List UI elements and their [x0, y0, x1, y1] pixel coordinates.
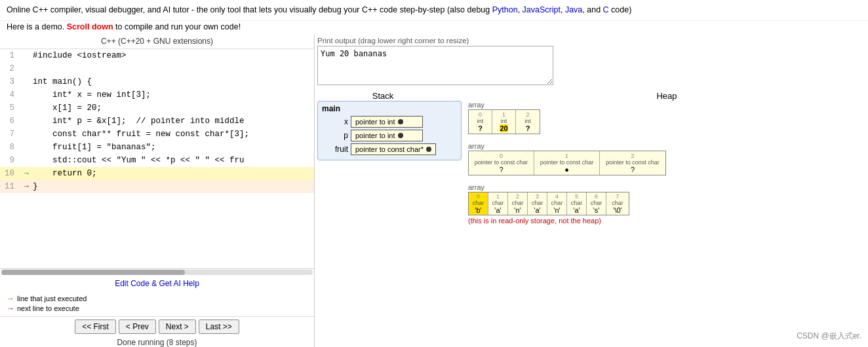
code-line-4: 4 int* x = new int[3];: [0, 88, 314, 101]
heap-ptr-cell-2: 2 pointer to const char ?: [600, 151, 665, 175]
char-array-label: array: [468, 183, 865, 191]
stack-section: main x pointer to int p pointer to int: [317, 101, 462, 230]
last-button[interactable]: Last >>: [199, 320, 239, 334]
heap-int-array: array 0 int ? 1 int 20: [468, 101, 865, 134]
var-name-p: p: [322, 131, 348, 140]
demo-text: Here is a demo.: [7, 22, 67, 31]
var-type-fruit: pointer to const char*: [355, 145, 424, 153]
frame-var-fruit: fruit pointer to const char*: [322, 143, 457, 155]
legend-next: → next line to execute: [7, 304, 307, 313]
legend-current: → line that just executed: [7, 294, 307, 303]
code-line-5: 5 x[1] = 20;: [0, 101, 314, 115]
print-output[interactable]: [317, 46, 553, 85]
nav-row: << First < Prev Next > Last >>: [0, 316, 314, 337]
int-array-label: array: [468, 101, 865, 109]
var-box-p: pointer to int: [351, 130, 423, 141]
next-button[interactable]: Next >: [159, 320, 196, 334]
viz-panel: Print output (drag lower right corner to…: [315, 34, 868, 347]
frame-var-x: x pointer to int: [322, 116, 457, 128]
var-name-x: x: [322, 117, 348, 126]
top-bar: Online C++ compiler, visual debugger, an…: [0, 0, 868, 34]
print-label: Print output (drag lower right corner to…: [317, 37, 865, 45]
next-exec-arrow: →: [24, 182, 28, 191]
current-exec-arrow: →: [24, 169, 28, 178]
pointer-dot-fruit: [426, 147, 431, 152]
var-name-fruit: fruit: [322, 145, 348, 154]
code-line-9: 9 std::cout << "Yum " << *p << " " << fr…: [0, 154, 314, 167]
heap-char-array: array 0 char 'b' 1 char 'a': [468, 183, 865, 225]
code-line-2: 2: [0, 62, 314, 75]
header-and: and: [587, 5, 602, 14]
char-cell-b: 0 char 'b': [469, 192, 488, 215]
var-box-fruit: pointer to const char*: [351, 143, 436, 155]
code-line-1: 1 #include <iostream>: [0, 49, 314, 62]
demo-text2: to compile and run your own code!: [113, 22, 241, 31]
pointer-dot-x: [398, 119, 403, 124]
python-link[interactable]: Python: [492, 5, 518, 14]
char-cell-null: 7 char '\0': [606, 192, 629, 215]
code-line-10: 10 → return 0;: [0, 167, 314, 180]
var-box-x: pointer to int: [351, 116, 423, 128]
edit-link[interactable]: Edit Code & Get AI Help: [115, 279, 199, 288]
pointer-dot-p: [398, 133, 403, 138]
char-cell-a3: 5 char 'a': [567, 192, 587, 215]
stack-label: Stack: [317, 91, 448, 101]
frame-name: main: [322, 104, 457, 113]
code-title: C++ (C++20 + GNU extensions): [0, 34, 314, 49]
legend-red-arrow: →: [7, 304, 14, 313]
var-type-x: pointer to int: [355, 118, 395, 126]
frame-var-p: p pointer to int: [322, 130, 457, 141]
first-button[interactable]: << First: [75, 320, 116, 334]
stack-frame-main: main x pointer to int p pointer to int: [317, 101, 462, 160]
code-line-7: 7 const char** fruit = new const char*[3…: [0, 128, 314, 141]
var-type-p: pointer to int: [355, 132, 395, 139]
readonly-note: (this is in read-only storage, not the h…: [468, 217, 865, 225]
heap-ptr-cell-0: 0 pointer to const char ?: [469, 151, 534, 175]
main-area: C++ (C++20 + GNU extensions) 1 #include …: [0, 34, 868, 347]
code-line-8: 8 fruit[1] = "bananas";: [0, 141, 314, 154]
heap-cell-int-2: 2 int ?: [516, 110, 540, 134]
java-link[interactable]: Java: [565, 5, 582, 14]
char-cell-a1: 1 char 'a': [488, 192, 508, 215]
heap-label: Heap: [468, 91, 865, 101]
ptr-array-label: array: [468, 142, 865, 150]
heap-cell-int-0: 0 int ?: [469, 110, 492, 134]
prev-button[interactable]: < Prev: [119, 320, 156, 334]
code-panel: C++ (C++20 + GNU extensions) 1 #include …: [0, 34, 315, 347]
done-text: Done running (8 steps): [0, 337, 314, 347]
code-line-3: 3 int main() {: [0, 75, 314, 88]
hscroll-thumb[interactable]: [1, 270, 185, 275]
heap-ptr-cell-1: 1 pointer to const char ●: [534, 151, 600, 175]
code-line-6: 6 int* p = &x[1]; // pointer into middle: [0, 115, 314, 128]
edit-link-container: Edit Code & Get AI Help: [0, 276, 314, 291]
legend-next-text: next line to execute: [17, 304, 79, 312]
char-cell-a2: 3 char 'a': [528, 192, 547, 215]
legend-green-arrow: →: [7, 294, 14, 303]
c-link[interactable]: C: [603, 5, 609, 14]
char-cell-n2: 4 char 'n': [547, 192, 567, 215]
char-cell-s: 6 char 's': [587, 192, 606, 215]
hscroll-track[interactable]: [1, 270, 313, 275]
char-cell-n1: 2 char 'n': [508, 192, 528, 215]
header-text2: code): [609, 5, 632, 14]
code-scrollbar[interactable]: [0, 268, 314, 276]
code-body[interactable]: 1 #include <iostream> 2 3 int main() { 4…: [0, 49, 314, 268]
stack-heap-area: main x pointer to int p pointer to int: [317, 101, 865, 230]
heap-cell-int-1: 1 int 20: [492, 110, 516, 134]
heap-ptr-array: array 0 pointer to const char ? 1 pointe…: [468, 142, 865, 175]
code-line-11: 11 → }: [0, 180, 314, 193]
watermark: CSDN @嵌入式er.: [797, 331, 861, 342]
legend-current-text: line that just executed: [17, 295, 87, 302]
heap-section: array 0 int ? 1 int 20: [468, 101, 865, 230]
print-section: Print output (drag lower right corner to…: [317, 37, 865, 87]
scroll-down: Scroll down: [67, 22, 113, 31]
legend: → line that just executed → next line to…: [0, 291, 314, 316]
js-link[interactable]: JavaScript: [523, 5, 561, 14]
header-text: Online C++ compiler, visual debugger, an…: [7, 5, 492, 14]
